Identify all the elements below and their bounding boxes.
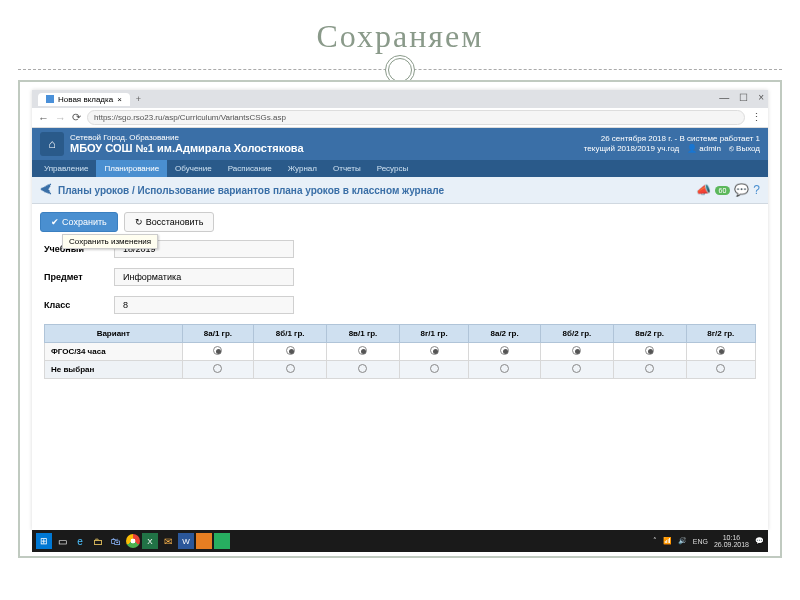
- start-button[interactable]: ⊞: [36, 533, 52, 549]
- nav-item[interactable]: Обучение: [167, 160, 220, 177]
- word-icon[interactable]: W: [178, 533, 194, 549]
- radio-icon[interactable]: [213, 346, 222, 355]
- class-row: Класс 8: [44, 296, 756, 314]
- radio-cell[interactable]: [182, 361, 254, 379]
- announce-icon[interactable]: 📣: [696, 183, 711, 197]
- radio-cell[interactable]: [469, 361, 541, 379]
- radio-cell[interactable]: [686, 343, 755, 361]
- exit-link[interactable]: ⎋ Выход: [729, 144, 760, 154]
- menu-icon[interactable]: ⋮: [751, 111, 762, 124]
- radio-icon[interactable]: [286, 346, 295, 355]
- radio-icon[interactable]: [572, 346, 581, 355]
- radio-icon[interactable]: [358, 346, 367, 355]
- window-controls: — ☐ ×: [719, 92, 764, 103]
- col-header: 8в/2 гр.: [613, 325, 686, 343]
- school-year: текущий 2018/2019 уч.год: [584, 144, 679, 154]
- clock[interactable]: 10:16 26.09.2018: [714, 534, 749, 548]
- app-header-right: 26 сентября 2018 г. - В системе работает…: [584, 134, 760, 155]
- maximize-button[interactable]: ☐: [739, 92, 748, 103]
- help-icon[interactable]: ?: [753, 183, 760, 197]
- class-field[interactable]: 8: [114, 296, 294, 314]
- radio-icon[interactable]: [430, 346, 439, 355]
- radio-cell[interactable]: [254, 361, 327, 379]
- edge-icon[interactable]: e: [72, 533, 88, 549]
- tab-close-icon[interactable]: ×: [117, 95, 122, 104]
- col-header: 8а/1 гр.: [182, 325, 254, 343]
- radio-cell[interactable]: [399, 343, 468, 361]
- radio-cell[interactable]: [399, 361, 468, 379]
- user-info[interactable]: 👤 admin: [687, 144, 721, 154]
- volume-icon[interactable]: 🔊: [678, 537, 687, 545]
- restore-button[interactable]: ↻ Восстановить: [124, 212, 215, 232]
- subject-label: Предмет: [44, 272, 114, 282]
- reload-icon[interactable]: ⟳: [72, 111, 81, 124]
- page-title: Планы уроков / Использование вариантов п…: [58, 185, 444, 196]
- radio-icon[interactable]: [286, 364, 295, 373]
- browser-tab[interactable]: Новая вкладка ×: [38, 93, 130, 106]
- excel-icon[interactable]: X: [142, 533, 158, 549]
- nav-item[interactable]: Журнал: [280, 160, 325, 177]
- radio-icon[interactable]: [430, 364, 439, 373]
- radio-icon[interactable]: [358, 364, 367, 373]
- app-icon-1[interactable]: [196, 533, 212, 549]
- radio-icon[interactable]: [572, 364, 581, 373]
- col-header: 8б/2 гр.: [540, 325, 613, 343]
- tab-favicon: [46, 95, 54, 103]
- radio-icon[interactable]: [500, 364, 509, 373]
- row-label: Не выбран: [45, 361, 183, 379]
- notification-badge[interactable]: 60: [715, 186, 731, 195]
- col-header: 8г/1 гр.: [399, 325, 468, 343]
- radio-cell[interactable]: [613, 361, 686, 379]
- back-arrow-icon[interactable]: ⮜: [40, 183, 52, 197]
- back-icon[interactable]: ←: [38, 112, 49, 124]
- address-bar: ← → ⟳ https://sgo.rso23.ru/asp/Curriculu…: [32, 108, 768, 128]
- chat-icon[interactable]: 💬: [734, 183, 749, 197]
- forward-icon[interactable]: →: [55, 112, 66, 124]
- new-tab-button[interactable]: +: [136, 94, 141, 104]
- network-icon[interactable]: 📶: [663, 537, 672, 545]
- radio-icon[interactable]: [645, 364, 654, 373]
- radio-icon[interactable]: [500, 346, 509, 355]
- radio-cell[interactable]: [254, 343, 327, 361]
- explorer-icon[interactable]: 🗀: [90, 533, 106, 549]
- subject-field[interactable]: Информатика: [114, 268, 294, 286]
- close-button[interactable]: ×: [758, 92, 764, 103]
- notification-center-icon[interactable]: 💬: [755, 537, 764, 545]
- minimize-button[interactable]: —: [719, 92, 729, 103]
- radio-cell[interactable]: [469, 343, 541, 361]
- nav-item[interactable]: Расписание: [220, 160, 280, 177]
- language-indicator[interactable]: ENG: [693, 538, 708, 545]
- class-label: Класс: [44, 300, 114, 310]
- radio-icon[interactable]: [716, 346, 725, 355]
- title-divider: [18, 69, 782, 70]
- table-row: ФГОС/34 часа: [45, 343, 756, 361]
- radio-cell[interactable]: [540, 361, 613, 379]
- app-icon-2[interactable]: [214, 533, 230, 549]
- taskbar-left: ⊞ ▭ e 🗀 🛍 X ✉ W: [36, 533, 230, 549]
- radio-cell[interactable]: [182, 343, 254, 361]
- radio-cell[interactable]: [327, 343, 400, 361]
- tab-title: Новая вкладка: [58, 95, 113, 104]
- status-line: 26 сентября 2018 г. - В системе работает…: [584, 134, 760, 144]
- page-title-bar: ⮜ Планы уроков / Использование вариантов…: [32, 177, 768, 204]
- radio-cell[interactable]: [686, 361, 755, 379]
- nav-item[interactable]: Отчеты: [325, 160, 369, 177]
- radio-icon[interactable]: [213, 364, 222, 373]
- slide-frame: Новая вкладка × + — ☐ × ← → ⟳ https://sg…: [18, 80, 782, 558]
- nav-item[interactable]: Управление: [36, 160, 96, 177]
- radio-icon[interactable]: [716, 364, 725, 373]
- mail-icon[interactable]: ✉: [160, 533, 176, 549]
- url-input[interactable]: https://sgo.rso23.ru/asp/Curriculum/Vari…: [87, 110, 745, 125]
- nav-item[interactable]: Планирование: [96, 160, 167, 177]
- radio-cell[interactable]: [540, 343, 613, 361]
- chrome-icon[interactable]: [126, 534, 140, 548]
- nav-item[interactable]: Ресурсы: [369, 160, 417, 177]
- store-icon[interactable]: 🛍: [108, 533, 124, 549]
- tray-up-icon[interactable]: ˄: [653, 537, 657, 545]
- radio-icon[interactable]: [645, 346, 654, 355]
- radio-cell[interactable]: [613, 343, 686, 361]
- radio-cell[interactable]: [327, 361, 400, 379]
- app-header-left: ⌂ Сетевой Город. Образование МБОУ СОШ №1…: [40, 132, 304, 156]
- task-view-icon[interactable]: ▭: [54, 533, 70, 549]
- save-button[interactable]: ✔ Сохранить: [40, 212, 118, 232]
